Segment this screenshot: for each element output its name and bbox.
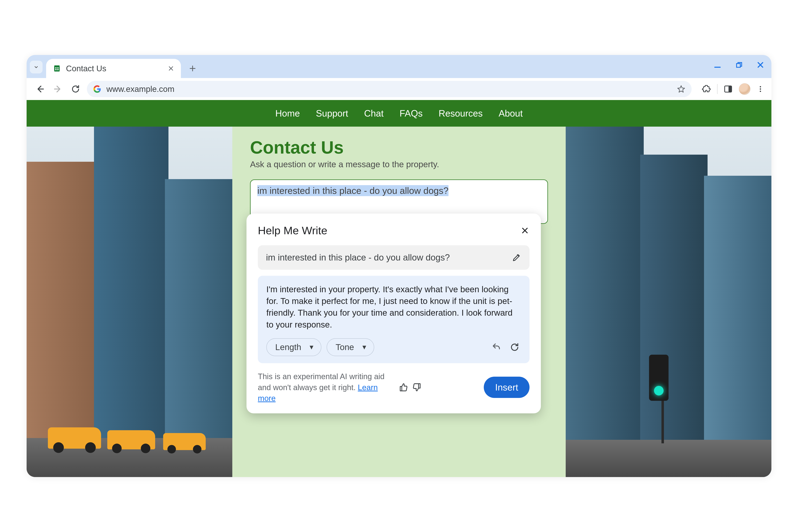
chevron-down-icon: ▼ [308, 343, 315, 352]
nav-chat[interactable]: Chat [364, 108, 384, 119]
site-nav: Home Support Chat FAQs Resources About [26, 100, 772, 127]
window-controls [713, 60, 765, 70]
browser-tab[interactable]: Contact Us [46, 59, 181, 78]
close-tab-button[interactable] [167, 65, 174, 72]
svg-point-9 [760, 88, 761, 90]
hmw-close-button[interactable] [520, 226, 530, 235]
help-me-write-panel: Help Me Write im interested in this plac… [247, 213, 541, 413]
chevron-down-icon: ▼ [361, 343, 367, 352]
browser-window: Contact Us www.example.com [26, 55, 772, 477]
tone-dropdown[interactable]: Tone ▼ [327, 338, 374, 356]
nav-about[interactable]: About [499, 108, 523, 119]
edit-prompt-button[interactable] [512, 253, 521, 262]
thumbs-up-button[interactable] [399, 382, 408, 392]
insert-button[interactable]: Insert [484, 377, 530, 398]
profile-avatar[interactable] [739, 83, 750, 95]
reload-button[interactable] [69, 83, 82, 95]
svg-point-10 [760, 91, 761, 92]
svg-rect-5 [737, 63, 740, 67]
content-panel: Contact Us Ask a question or write a mes… [236, 127, 562, 477]
svg-rect-3 [55, 69, 57, 70]
sheets-icon [53, 64, 61, 73]
nav-home[interactable]: Home [275, 108, 300, 119]
hmw-prompt-row: im interested in this place - do you all… [258, 245, 530, 270]
message-text: im interested in this place - do you all… [257, 185, 449, 196]
svg-point-8 [760, 86, 761, 88]
back-button[interactable] [34, 83, 46, 95]
svg-rect-1 [55, 68, 57, 69]
new-tab-button[interactable] [186, 62, 199, 75]
browser-toolbar: www.example.com [26, 78, 772, 100]
bookmark-button[interactable] [677, 84, 686, 93]
undo-button[interactable] [490, 341, 503, 354]
nav-faqs[interactable]: FAQs [400, 108, 423, 119]
tone-label: Tone [336, 341, 354, 353]
regenerate-button[interactable] [508, 341, 521, 354]
nav-resources[interactable]: Resources [439, 108, 483, 119]
hmw-title: Help Me Write [258, 224, 327, 237]
extensions-button[interactable] [702, 84, 711, 94]
svg-rect-2 [57, 68, 59, 69]
hero-image-left [26, 127, 232, 477]
page-heading: Contact Us [250, 137, 548, 158]
separator [717, 84, 718, 94]
overflow-menu-button[interactable] [757, 85, 764, 93]
url-text: www.example.com [107, 84, 672, 94]
svg-rect-4 [57, 69, 59, 70]
hero-image-right [566, 127, 772, 477]
svg-rect-0 [54, 65, 60, 72]
svg-rect-7 [728, 86, 732, 92]
address-bar[interactable]: www.example.com [87, 81, 691, 97]
length-label: Length [275, 341, 301, 353]
hmw-disclaimer: This is an experimental AI writing aid a… [258, 371, 393, 404]
length-dropdown[interactable]: Length ▼ [266, 338, 321, 356]
tab-title: Contact Us [66, 64, 107, 73]
thumbs-down-button[interactable] [412, 382, 421, 392]
hmw-result-box: I'm interested in your property. It's ex… [258, 276, 530, 363]
page-subtitle: Ask a question or write a message to the… [250, 159, 548, 169]
tab-strip: Contact Us [26, 55, 772, 78]
nav-support[interactable]: Support [316, 108, 348, 119]
forward-button[interactable] [52, 83, 64, 95]
minimize-button[interactable] [713, 60, 722, 70]
close-window-button[interactable] [756, 60, 765, 70]
page-viewport: Home Support Chat FAQs Resources About C… [26, 100, 772, 477]
hmw-result-text: I'm interested in your property. It's ex… [266, 284, 521, 330]
tab-search-button[interactable] [30, 61, 42, 73]
side-panel-button[interactable] [723, 84, 733, 94]
google-icon [93, 85, 101, 93]
hmw-prompt-text: im interested in this place - do you all… [266, 252, 450, 263]
maximize-button[interactable] [735, 60, 743, 70]
